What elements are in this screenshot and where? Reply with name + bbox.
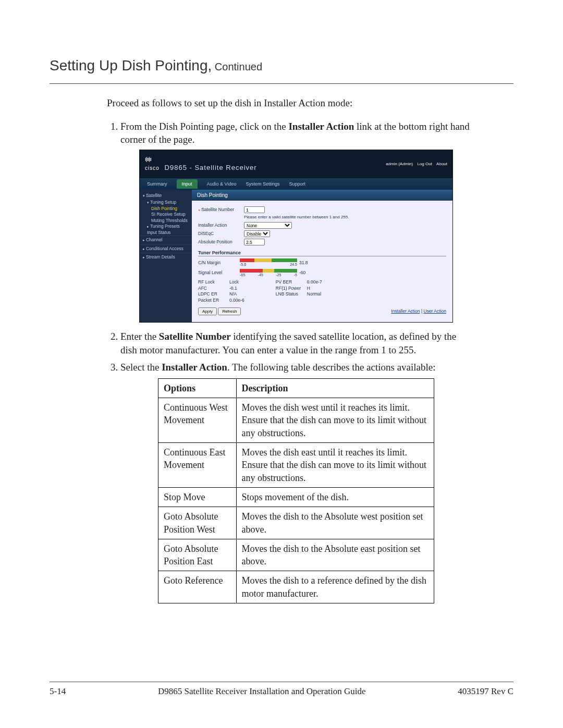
table-row-desc: Moves the dish to a reference defined by… [236, 571, 434, 603]
sidebar-stream[interactable]: Stream Details [140, 253, 192, 261]
step3-suffix: . The following table describes the acti… [227, 362, 436, 373]
tab-system-settings[interactable]: System Settings [246, 181, 279, 187]
sidebar-input-status[interactable]: Input Status [140, 230, 192, 236]
logo-text: cisco [145, 165, 160, 171]
sidebar-si-receive[interactable]: SI Receive Setup [140, 212, 192, 217]
afc-k: AFC [198, 286, 229, 291]
rf-lock-k: RF Lock [198, 279, 229, 285]
step-3: Select the Installer Action. The followi… [120, 361, 472, 603]
tick: 24.5 [290, 262, 297, 267]
about-link[interactable]: About [436, 162, 447, 166]
step1-bold: Installer Action [288, 121, 354, 132]
apply-button[interactable]: Apply [198, 307, 217, 315]
cn-margin-bar [240, 258, 297, 262]
sidebar-muting[interactable]: Muting Thresholds [140, 218, 192, 224]
installer-action-label: Installer Action [198, 223, 241, 228]
sat-num-hint: Please enter a valid satellite number be… [244, 215, 446, 220]
signal-level-bar [240, 269, 297, 273]
footer-doc: D9865 Satellite Receiver Installation an… [158, 686, 365, 697]
sidebar-tuning-presets[interactable]: Tuning Presets [140, 224, 192, 229]
table-row-opt: Continuous West Movement [158, 398, 237, 443]
table-row-desc: Moves the dish to the Absolute west posi… [236, 507, 434, 539]
options-header: Options [158, 378, 237, 398]
tick: -65 [240, 273, 245, 277]
rfpower-k: RF(1) Power [276, 286, 307, 291]
tick: -5.0 [240, 262, 246, 267]
title-rule [50, 83, 513, 84]
tab-audio-video[interactable]: Audio & Video [207, 181, 237, 187]
table-row-opt: Goto Reference [158, 571, 237, 603]
footer-page: 5-14 [50, 686, 66, 697]
tick: -25 [276, 273, 281, 277]
table-row-opt: Goto Absolute Position East [158, 539, 237, 571]
sat-num-input[interactable] [244, 206, 265, 213]
intro-text: Proceed as follows to set up the dish in… [107, 96, 472, 110]
afc-v: -0.1 [229, 286, 237, 291]
page-footer: 5-14 D9865 Satellite Receiver Installati… [50, 677, 513, 697]
table-row-desc: Moves the dish east until it reaches its… [236, 443, 434, 488]
description-header: Description [236, 378, 434, 398]
user-action-link[interactable]: User Action [424, 309, 446, 314]
footer-rev: 4035197 Rev C [458, 686, 513, 697]
screenshot-dish-pointing: ı|ıı|ııcisco D9865 - Satellite Receiver … [139, 150, 453, 323]
sidebar-dish-pointing[interactable]: Dish Pointing [140, 206, 192, 212]
admin-label: admin (Admin) [386, 162, 413, 166]
step2-bold: Satellite Number [159, 331, 231, 342]
sidebar-conditional[interactable]: Conditional Access [140, 244, 192, 253]
step-2: Enter the Satellite Number identifying t… [120, 330, 472, 356]
pvber-v: 0.00e-7 [307, 279, 322, 285]
installer-action-select[interactable]: None [244, 222, 292, 229]
sidebar-tuning-setup[interactable]: Tuning Setup [140, 200, 192, 205]
sidebar: Satellite Tuning Setup Dish Pointing SI … [140, 190, 192, 322]
table-row-desc: Stops movement of the dish. [236, 487, 434, 507]
step-1: From the Dish Pointing page, click on th… [120, 120, 472, 323]
page-title: Setting Up Dish Pointing, Continued [50, 57, 513, 74]
step3-prefix: Select the [120, 362, 162, 373]
tab-support[interactable]: Support [289, 181, 305, 187]
ldpc-v: N/A [229, 291, 237, 297]
installer-action-link[interactable]: Installer Action [391, 309, 420, 314]
table-row-opt: Stop Move [158, 487, 237, 507]
title-main: Setting Up Dish Pointing, [50, 57, 212, 73]
content-heading: Dish Pointing [192, 190, 452, 201]
signal-level-label: Signal Level [198, 270, 240, 276]
rf-lock-v: Lock [229, 279, 239, 285]
tab-summary[interactable]: Summary [147, 181, 167, 187]
step2-prefix: Enter the [120, 331, 159, 342]
packet-v: 0.00e-6 [229, 298, 244, 303]
packet-k: Packet ER [198, 298, 229, 303]
cn-margin-value: 31.8 [299, 260, 308, 266]
sat-num-label: Satellite Number [198, 207, 241, 213]
tick: -5 [294, 273, 297, 277]
step1-prefix: From the Dish Pointing page, click on th… [120, 121, 288, 132]
table-row-opt: Continuous East Movement [158, 443, 237, 488]
step3-bold: Installer Action [162, 362, 227, 373]
sidebar-satellite[interactable]: Satellite [140, 192, 192, 200]
rfpower-v: H [307, 286, 310, 291]
signal-level-value: -60 [299, 270, 305, 276]
logout-link[interactable]: Log Out [417, 162, 432, 166]
options-table: Options Description Continuous West Move… [158, 378, 434, 603]
table-row-opt: Goto Absolute Position West [158, 507, 237, 539]
tuner-performance-heading: Tuner Performance [198, 250, 446, 256]
title-continued: Continued [212, 61, 262, 72]
table-row-desc: Moves the dish west until it reaches its… [236, 398, 434, 443]
diseqc-select[interactable]: Disable [244, 230, 270, 237]
tab-input[interactable]: Input [177, 179, 198, 189]
table-row-desc: Moves the dish to the Absolute east posi… [236, 539, 434, 571]
abs-pos-label: Absolute Position [198, 239, 241, 245]
refresh-button[interactable]: Refresh [218, 307, 241, 315]
product-name: D9865 - Satellite Receiver [165, 164, 257, 171]
lnb-v: Normal [307, 291, 321, 297]
ldpc-k: LDPC ER [198, 291, 229, 297]
pvber-k: PV BER [276, 279, 307, 285]
cisco-logo: ı|ıı|ııcisco D9865 - Satellite Receiver [145, 156, 257, 172]
lnb-k: LNB Status [276, 291, 307, 297]
diseqc-label: DiSEqC [198, 231, 241, 237]
abs-pos-input[interactable] [244, 239, 265, 245]
cn-margin-label: C/N Margin [198, 260, 240, 266]
sidebar-channel[interactable]: Channel [140, 236, 192, 244]
tick: -45 [258, 273, 263, 277]
